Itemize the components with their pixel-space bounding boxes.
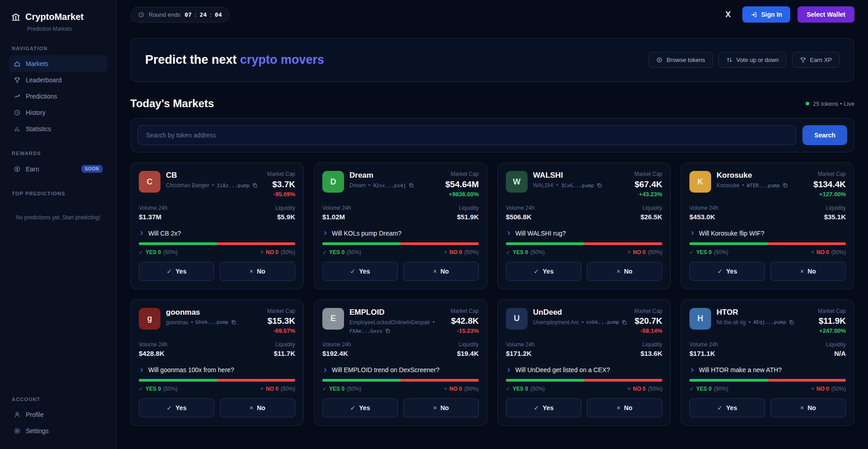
vote-up-down-button[interactable]: Vote up or down: [718, 52, 787, 68]
copy-address-icon[interactable]: [789, 320, 794, 325]
copy-address-icon[interactable]: [231, 320, 236, 325]
copy-address-icon[interactable]: [783, 183, 788, 188]
no-button[interactable]: × No: [587, 398, 662, 417]
market-cap-change: -69.57%: [267, 327, 295, 334]
market-cap-value: $15.3K: [267, 316, 295, 326]
x-twitter-icon[interactable]: X: [721, 7, 735, 22]
yes-no-progress-bar: [139, 379, 295, 382]
no-button[interactable]: × No: [403, 262, 479, 281]
no-button[interactable]: × No: [403, 398, 479, 417]
prediction-question[interactable]: Will goonmas 100x from here?: [139, 366, 295, 373]
token-name: Korosuke: [717, 171, 808, 180]
sidebar-item-profile[interactable]: Profile: [9, 406, 107, 423]
browse-tokens-button[interactable]: Browse tokens: [648, 52, 712, 68]
yes-progress-fill: [322, 242, 401, 245]
card-stats: Volume 24h $171.2K Liquidity $13.6K: [506, 341, 662, 357]
sidebar-item-label: History: [26, 109, 46, 116]
separator-dot: •: [557, 182, 558, 189]
page-title: Today's Markets: [130, 97, 214, 110]
select-wallet-button[interactable]: Select Wallet: [797, 6, 854, 23]
volume-block: Volume 24h $506.8K: [506, 205, 534, 221]
copy-address-icon[interactable]: [409, 183, 414, 188]
no-button[interactable]: × No: [220, 262, 295, 281]
prediction-question[interactable]: Will HTOR make a new ATH?: [689, 366, 846, 373]
sidebar-item-history[interactable]: History: [9, 104, 107, 121]
vote-buttons: ✓ Yes × No: [689, 398, 846, 417]
chevron-right-icon: [506, 367, 512, 373]
prediction-question[interactable]: Will Korosuke flip WIF?: [689, 230, 846, 237]
token-description: Dream: [349, 182, 366, 189]
liquidity-block: Liquidity $11.7K: [274, 341, 295, 357]
no-count: × NO 0 (50%): [444, 386, 479, 392]
sidebar-item-predictions[interactable]: Predictions: [9, 88, 107, 104]
check-icon: ✓: [506, 249, 510, 255]
market-cap-block: Market Cap $42.8K -15.23%: [451, 308, 479, 335]
sidebar-item-label: Earn: [26, 165, 39, 173]
sign-in-button[interactable]: Sign In: [742, 6, 790, 23]
check-icon: ✓: [139, 249, 143, 255]
no-button[interactable]: × No: [587, 262, 662, 281]
copy-address-icon[interactable]: [597, 183, 602, 188]
market-card: K Korosuke Korosuke • WTER...pump Market…: [681, 162, 854, 289]
login-icon: [750, 11, 757, 18]
check-icon: ✓: [689, 249, 694, 255]
yes-count: ✓ YES 0 (50%): [506, 386, 545, 392]
yes-button[interactable]: ✓ Yes: [689, 398, 765, 417]
prediction-question[interactable]: Will CB 2x?: [139, 230, 295, 237]
no-button[interactable]: × No: [220, 398, 295, 417]
yes-button[interactable]: ✓ Yes: [139, 398, 214, 417]
yes-button[interactable]: ✓ Yes: [689, 262, 765, 281]
yes-progress-fill: [139, 242, 217, 245]
prediction-question[interactable]: Will EMPLOID trend on DexScreener?: [322, 366, 479, 373]
sidebar-item-earn[interactable]: Earn SOON: [9, 161, 107, 177]
sidebar-item-leaderboard[interactable]: Leaderboard: [9, 72, 107, 88]
no-button[interactable]: × No: [770, 262, 846, 281]
copy-address-icon[interactable]: [385, 328, 391, 334]
copy-address-icon[interactable]: [622, 320, 627, 325]
card-header: K Korosuke Korosuke • WTER...pump Market…: [689, 171, 846, 198]
prediction-question[interactable]: Will WALSHI rug?: [506, 230, 662, 237]
token-description: Christmas Banger: [166, 182, 209, 189]
volume-label: Volume 24h: [139, 205, 167, 211]
vote-counts: ✓ YES 0 (50%) × NO 0 (50%): [689, 249, 846, 255]
tokens-count-label: 25 tokens • Live: [813, 100, 854, 107]
token-address: 3CxG...pump: [561, 183, 594, 189]
yes-no-progress-bar: [506, 379, 662, 382]
yes-button[interactable]: ✓ Yes: [506, 398, 581, 417]
search-button[interactable]: Search: [802, 125, 847, 145]
card-header: U UnDeed Unemployment Arc • xxbk...pump …: [506, 308, 662, 335]
market-cap-label: Market Cap: [445, 171, 479, 178]
yes-no-progress-bar: [506, 242, 662, 245]
copy-address-icon[interactable]: [252, 183, 258, 188]
token-avatar: H: [689, 308, 711, 330]
no-button[interactable]: × No: [770, 398, 846, 417]
yes-progress-fill: [506, 379, 584, 382]
volume-label: Volume 24h: [506, 205, 534, 211]
liquidity-value: $51.9K: [457, 213, 479, 221]
yes-button[interactable]: ✓ Yes: [139, 262, 214, 281]
yes-button[interactable]: ✓ Yes: [322, 262, 398, 281]
prediction-question[interactable]: Will UnDeed get listed on a CEX?: [506, 366, 662, 373]
card-stats: Volume 24h $171.1K Liquidity N/A: [689, 341, 846, 357]
soon-badge: SOON: [81, 165, 103, 173]
yes-button[interactable]: ✓ Yes: [506, 262, 581, 281]
yes-button[interactable]: ✓ Yes: [322, 398, 398, 417]
market-cap-value: $67.4K: [634, 180, 662, 189]
market-card: U UnDeed Unemployment Arc • xxbk...pump …: [497, 299, 671, 426]
market-cap-value: $134.4K: [813, 180, 846, 189]
prediction-question[interactable]: Will KOLs pump Dream?: [322, 230, 479, 237]
cross-icon: ×: [627, 249, 631, 255]
token-name: HTOR: [717, 308, 812, 317]
token-subtitle: Christmas Banger • 1i8z...pump: [166, 182, 262, 189]
sidebar-item-markets[interactable]: Markets: [9, 56, 107, 72]
cross-icon: ×: [444, 386, 447, 392]
search-input[interactable]: [137, 125, 796, 145]
arrows-up-down-icon: [726, 57, 733, 63]
market-cap-change: +127.00%: [813, 191, 846, 198]
live-dot: [806, 102, 809, 105]
earn-xp-button[interactable]: Earn XP: [792, 52, 840, 68]
market-cap-value: $54.64M: [445, 180, 479, 189]
sidebar-item-settings[interactable]: Settings: [9, 423, 107, 439]
sidebar-item-statistics[interactable]: Statistics: [9, 121, 107, 137]
liquidity-label: Liquidity: [457, 341, 479, 348]
